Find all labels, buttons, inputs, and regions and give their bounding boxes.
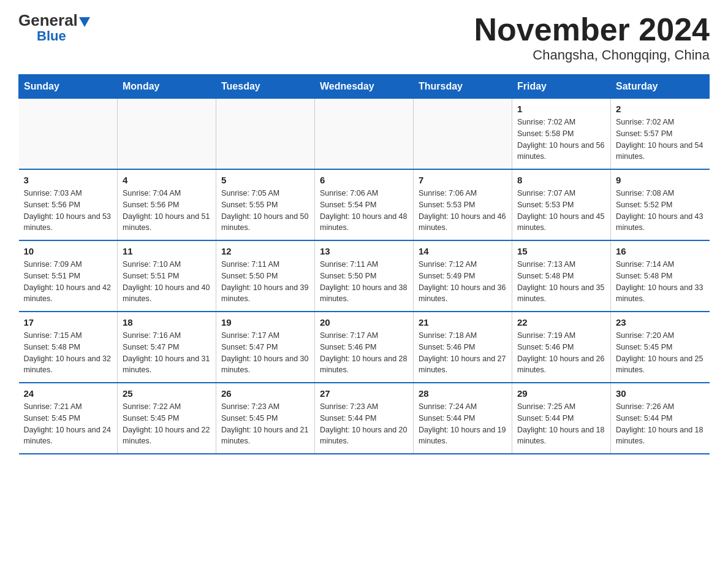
day-number: 23: [616, 317, 705, 327]
day-number: 8: [517, 175, 605, 185]
weekday-header-saturday: Saturday: [611, 75, 710, 99]
day-number: 2: [616, 104, 705, 114]
day-number: 29: [517, 388, 605, 399]
calendar-week-row: 1Sunrise: 7:02 AMSunset: 5:58 PMDaylight…: [19, 99, 710, 170]
day-number: 24: [24, 388, 113, 399]
day-info: Sunrise: 7:24 AMSunset: 5:44 PMDaylight:…: [419, 401, 507, 447]
calendar-week-row: 10Sunrise: 7:09 AMSunset: 5:51 PMDayligh…: [19, 240, 710, 312]
day-number: 6: [320, 175, 408, 185]
day-info: Sunrise: 7:02 AMSunset: 5:58 PMDaylight:…: [517, 117, 605, 163]
calendar-cell: 17Sunrise: 7:15 AMSunset: 5:48 PMDayligh…: [19, 312, 118, 383]
calendar-cell: 30Sunrise: 7:26 AMSunset: 5:44 PMDayligh…: [611, 383, 710, 454]
day-number: 20: [320, 317, 408, 327]
day-number: 5: [221, 175, 309, 185]
calendar-subtitle: Changsha, Chongqing, China: [474, 47, 710, 63]
calendar-cell: 8Sunrise: 7:07 AMSunset: 5:53 PMDaylight…: [512, 169, 611, 240]
calendar-cell: 22Sunrise: 7:19 AMSunset: 5:46 PMDayligh…: [512, 312, 611, 383]
day-info: Sunrise: 7:15 AMSunset: 5:48 PMDaylight:…: [24, 330, 113, 376]
day-number: 10: [24, 246, 113, 256]
calendar-cell: [216, 99, 315, 170]
day-info: Sunrise: 7:02 AMSunset: 5:57 PMDaylight:…: [616, 117, 705, 163]
day-number: 30: [616, 388, 705, 399]
day-info: Sunrise: 7:09 AMSunset: 5:51 PMDaylight:…: [24, 259, 113, 305]
calendar-week-row: 3Sunrise: 7:03 AMSunset: 5:56 PMDaylight…: [19, 169, 710, 240]
day-info: Sunrise: 7:06 AMSunset: 5:53 PMDaylight:…: [419, 188, 507, 234]
weekday-header-tuesday: Tuesday: [216, 75, 315, 99]
day-info: Sunrise: 7:25 AMSunset: 5:44 PMDaylight:…: [517, 401, 605, 447]
calendar-cell: 11Sunrise: 7:10 AMSunset: 5:51 PMDayligh…: [118, 240, 216, 312]
weekday-header-friday: Friday: [512, 75, 611, 99]
day-info: Sunrise: 7:07 AMSunset: 5:53 PMDaylight:…: [517, 188, 605, 234]
day-number: 26: [221, 388, 309, 399]
day-number: 22: [517, 317, 605, 327]
calendar-cell: 23Sunrise: 7:20 AMSunset: 5:45 PMDayligh…: [611, 312, 710, 383]
day-number: 9: [616, 175, 705, 185]
day-number: 1: [517, 104, 605, 114]
calendar-cell: 7Sunrise: 7:06 AMSunset: 5:53 PMDaylight…: [414, 169, 512, 240]
day-number: 16: [616, 246, 705, 256]
calendar-cell: 2Sunrise: 7:02 AMSunset: 5:57 PMDaylight…: [611, 99, 710, 170]
day-number: 11: [123, 246, 211, 256]
day-info: Sunrise: 7:17 AMSunset: 5:46 PMDaylight:…: [320, 330, 408, 376]
calendar-cell: 14Sunrise: 7:12 AMSunset: 5:49 PMDayligh…: [414, 240, 512, 312]
calendar-cell: [414, 99, 512, 170]
day-info: Sunrise: 7:06 AMSunset: 5:54 PMDaylight:…: [320, 188, 408, 234]
calendar-cell: 20Sunrise: 7:17 AMSunset: 5:46 PMDayligh…: [315, 312, 414, 383]
day-number: 27: [320, 388, 408, 399]
day-info: Sunrise: 7:22 AMSunset: 5:45 PMDaylight:…: [123, 401, 211, 447]
calendar-title: November 2024: [474, 12, 710, 47]
page-header: General Blue November 2024 Changsha, Cho…: [18, 12, 710, 63]
calendar-cell: [118, 99, 216, 170]
day-info: Sunrise: 7:04 AMSunset: 5:56 PMDaylight:…: [123, 188, 211, 234]
day-number: 13: [320, 246, 408, 256]
calendar-table: SundayMondayTuesdayWednesdayThursdayFrid…: [18, 74, 710, 454]
day-info: Sunrise: 7:12 AMSunset: 5:49 PMDaylight:…: [419, 259, 507, 305]
calendar-cell: 27Sunrise: 7:23 AMSunset: 5:44 PMDayligh…: [315, 383, 414, 454]
calendar-cell: 13Sunrise: 7:11 AMSunset: 5:50 PMDayligh…: [315, 240, 414, 312]
svg-marker-0: [79, 17, 90, 27]
weekday-header-monday: Monday: [118, 75, 216, 99]
calendar-cell: 16Sunrise: 7:14 AMSunset: 5:48 PMDayligh…: [611, 240, 710, 312]
day-number: 15: [517, 246, 605, 256]
calendar-cell: [19, 99, 118, 170]
day-number: 18: [123, 317, 211, 327]
logo-blue-text: Blue: [37, 29, 66, 43]
day-info: Sunrise: 7:08 AMSunset: 5:52 PMDaylight:…: [616, 188, 705, 234]
day-info: Sunrise: 7:20 AMSunset: 5:45 PMDaylight:…: [616, 330, 705, 376]
day-info: Sunrise: 7:11 AMSunset: 5:50 PMDaylight:…: [221, 259, 309, 305]
day-info: Sunrise: 7:16 AMSunset: 5:47 PMDaylight:…: [123, 330, 211, 376]
day-number: 7: [419, 175, 507, 185]
calendar-cell: 3Sunrise: 7:03 AMSunset: 5:56 PMDaylight…: [19, 169, 118, 240]
weekday-header-thursday: Thursday: [414, 75, 512, 99]
calendar-cell: 26Sunrise: 7:23 AMSunset: 5:45 PMDayligh…: [216, 383, 315, 454]
day-info: Sunrise: 7:23 AMSunset: 5:45 PMDaylight:…: [221, 401, 309, 447]
day-info: Sunrise: 7:18 AMSunset: 5:46 PMDaylight:…: [419, 330, 507, 376]
day-number: 3: [24, 175, 113, 185]
calendar-cell: 10Sunrise: 7:09 AMSunset: 5:51 PMDayligh…: [19, 240, 118, 312]
calendar-cell: 24Sunrise: 7:21 AMSunset: 5:45 PMDayligh…: [19, 383, 118, 454]
calendar-week-row: 24Sunrise: 7:21 AMSunset: 5:45 PMDayligh…: [19, 383, 710, 454]
calendar-cell: 12Sunrise: 7:11 AMSunset: 5:50 PMDayligh…: [216, 240, 315, 312]
day-info: Sunrise: 7:05 AMSunset: 5:55 PMDaylight:…: [221, 188, 309, 234]
calendar-cell: 21Sunrise: 7:18 AMSunset: 5:46 PMDayligh…: [414, 312, 512, 383]
day-number: 17: [24, 317, 113, 327]
day-info: Sunrise: 7:13 AMSunset: 5:48 PMDaylight:…: [517, 259, 605, 305]
day-info: Sunrise: 7:26 AMSunset: 5:44 PMDaylight:…: [616, 401, 705, 447]
day-info: Sunrise: 7:14 AMSunset: 5:48 PMDaylight:…: [616, 259, 705, 305]
calendar-cell: 6Sunrise: 7:06 AMSunset: 5:54 PMDaylight…: [315, 169, 414, 240]
calendar-cell: 25Sunrise: 7:22 AMSunset: 5:45 PMDayligh…: [118, 383, 216, 454]
day-number: 14: [419, 246, 507, 256]
title-block: November 2024 Changsha, Chongqing, China: [474, 12, 710, 63]
calendar-cell: 9Sunrise: 7:08 AMSunset: 5:52 PMDaylight…: [611, 169, 710, 240]
calendar-week-row: 17Sunrise: 7:15 AMSunset: 5:48 PMDayligh…: [19, 312, 710, 383]
day-number: 19: [221, 317, 309, 327]
day-info: Sunrise: 7:17 AMSunset: 5:47 PMDaylight:…: [221, 330, 309, 376]
day-number: 25: [123, 388, 211, 399]
calendar-cell: 29Sunrise: 7:25 AMSunset: 5:44 PMDayligh…: [512, 383, 611, 454]
day-number: 12: [221, 246, 309, 256]
day-number: 4: [123, 175, 211, 185]
day-info: Sunrise: 7:21 AMSunset: 5:45 PMDaylight:…: [24, 401, 113, 447]
calendar-cell: [315, 99, 414, 170]
logo-general-text: General: [18, 12, 90, 29]
day-info: Sunrise: 7:10 AMSunset: 5:51 PMDaylight:…: [123, 259, 211, 305]
